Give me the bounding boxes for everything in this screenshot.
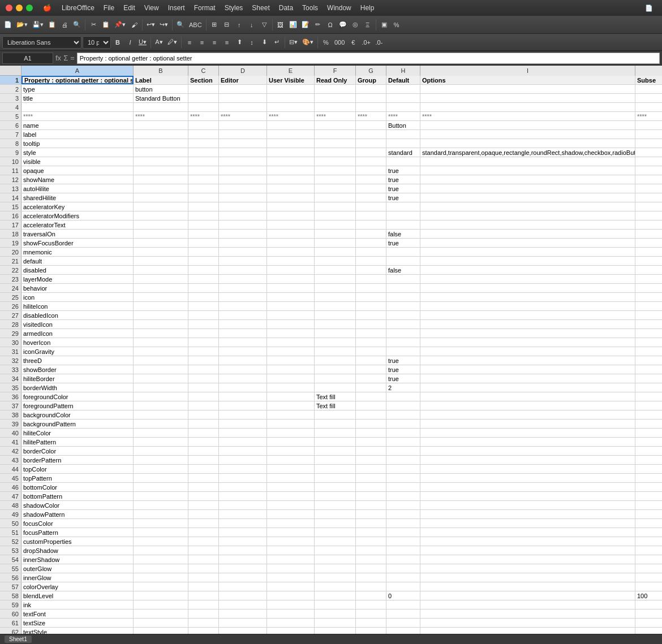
cell-11-B[interactable] — [134, 166, 188, 175]
cell-14-A[interactable]: sharedHilite — [22, 193, 134, 202]
menu-sheet[interactable]: Sheet — [252, 4, 269, 12]
cell-62-E[interactable] — [267, 628, 315, 634]
background-color-button[interactable]: 🎨▾ — [300, 36, 315, 49]
cell-4-E[interactable] — [267, 103, 315, 111]
undo-button[interactable]: ↩▾ — [145, 18, 157, 32]
cell-43-H[interactable] — [386, 456, 420, 464]
cell-59-C[interactable] — [188, 600, 219, 609]
cell-12-D[interactable] — [219, 175, 267, 184]
cell-5-I[interactable]: **** — [420, 112, 635, 120]
cell-61-E[interactable] — [267, 619, 315, 627]
cell-55-J[interactable] — [635, 564, 662, 573]
cell-33-F[interactable] — [315, 365, 356, 374]
cell-8-E[interactable] — [267, 139, 315, 148]
cell-1-A[interactable]: Property : optional getter : optional se… — [22, 76, 134, 84]
export-pdf-button[interactable]: 📋 — [46, 18, 58, 32]
cell-37-H[interactable] — [386, 401, 420, 410]
col-header-i[interactable]: I — [420, 66, 635, 76]
cell-15-H[interactable] — [386, 202, 420, 211]
cell-20-G[interactable] — [356, 248, 386, 256]
cell-3-H[interactable] — [386, 94, 420, 102]
cell-54-A[interactable]: innerShadow — [22, 555, 134, 564]
cell-15-F[interactable] — [315, 202, 356, 211]
cell-7-B[interactable] — [134, 130, 188, 139]
cell-58-G[interactable] — [356, 591, 386, 600]
cell-10-H[interactable] — [386, 157, 420, 166]
cell-14-I[interactable] — [420, 193, 635, 202]
cell-8-B[interactable] — [134, 139, 188, 148]
cell-17-B[interactable] — [134, 221, 188, 229]
cell-61-B[interactable] — [134, 619, 188, 627]
cell-36-J[interactable] — [635, 392, 662, 401]
cell-31-G[interactable] — [356, 347, 386, 356]
cell-20-J[interactable] — [635, 248, 662, 256]
cell-31-E[interactable] — [267, 347, 315, 356]
cell-6-F[interactable] — [315, 121, 356, 129]
cell-21-A[interactable]: default — [22, 257, 134, 265]
cell-4-B[interactable] — [134, 103, 188, 111]
cell-2-D[interactable] — [219, 85, 267, 93]
cell-51-D[interactable] — [219, 528, 267, 537]
cell-30-C[interactable] — [188, 338, 219, 347]
align-justify-button[interactable]: ≡ — [221, 36, 233, 49]
cell-61-J[interactable] — [635, 619, 662, 627]
cell-41-E[interactable] — [267, 438, 315, 446]
percent-button[interactable]: % — [391, 18, 402, 32]
cell-10-B[interactable] — [134, 157, 188, 166]
cell-21-G[interactable] — [356, 257, 386, 265]
cell-25-C[interactable] — [188, 293, 219, 301]
cell-48-E[interactable] — [267, 501, 315, 509]
cell-55-D[interactable] — [219, 564, 267, 573]
menu-help[interactable]: Help — [360, 4, 375, 12]
cell-5-A[interactable]: **** — [22, 112, 134, 120]
cell-3-I[interactable] — [420, 94, 635, 102]
cell-45-H[interactable] — [386, 474, 420, 482]
cell-16-J[interactable] — [635, 211, 662, 220]
cell-34-E[interactable] — [267, 374, 315, 383]
cell-40-H[interactable] — [386, 429, 420, 437]
cell-1-H[interactable]: Default — [386, 76, 420, 84]
cell-58-C[interactable] — [188, 591, 219, 600]
cell-18-F[interactable] — [315, 230, 356, 238]
cell-39-A[interactable]: backgroundPattern — [22, 420, 134, 428]
align-middle-button[interactable]: ↕ — [246, 36, 257, 49]
cell-51-H[interactable] — [386, 528, 420, 537]
cell-3-E[interactable] — [267, 94, 315, 102]
cell-57-C[interactable] — [188, 582, 219, 591]
cell-5-F[interactable]: **** — [315, 112, 356, 120]
cell-15-I[interactable] — [420, 202, 635, 211]
cell-35-C[interactable] — [188, 383, 219, 392]
cell-59-H[interactable] — [386, 600, 420, 609]
cell-29-F[interactable] — [315, 329, 356, 338]
cell-1-E[interactable]: User Visible — [267, 76, 315, 84]
cell-42-C[interactable] — [188, 447, 219, 455]
cell-34-H[interactable]: true — [386, 374, 420, 383]
cell-39-H[interactable] — [386, 420, 420, 428]
cell-24-B[interactable] — [134, 284, 188, 292]
cell-52-F[interactable] — [315, 537, 356, 546]
cell-3-B[interactable]: Standard Button — [134, 94, 188, 102]
cell-4-I[interactable] — [420, 103, 635, 111]
cell-53-B[interactable] — [134, 546, 188, 555]
menu-edit[interactable]: Edit — [123, 4, 135, 12]
cell-57-D[interactable] — [219, 582, 267, 591]
autofilter-button[interactable]: ▽ — [259, 18, 270, 32]
cell-8-I[interactable] — [420, 139, 635, 148]
cell-25-E[interactable] — [267, 293, 315, 301]
cell-30-I[interactable] — [420, 338, 635, 347]
cell-43-F[interactable] — [315, 456, 356, 464]
cell-47-D[interactable] — [219, 492, 267, 500]
cell-5-G[interactable]: **** — [356, 112, 386, 120]
cell-32-A[interactable]: threeD — [22, 356, 134, 365]
cell-53-J[interactable] — [635, 546, 662, 555]
cell-56-B[interactable] — [134, 573, 188, 582]
cell-52-J[interactable] — [635, 537, 662, 546]
cell-54-F[interactable] — [315, 555, 356, 564]
align-right-button[interactable]: ≡ — [209, 36, 220, 49]
cell-4-G[interactable] — [356, 103, 386, 111]
clone-button[interactable]: 🖌 — [128, 18, 140, 32]
cell-59-A[interactable]: ink — [22, 600, 134, 609]
menu-styles[interactable]: Styles — [225, 4, 243, 12]
cell-22-H[interactable]: false — [386, 266, 420, 274]
cell-12-G[interactable] — [356, 175, 386, 184]
